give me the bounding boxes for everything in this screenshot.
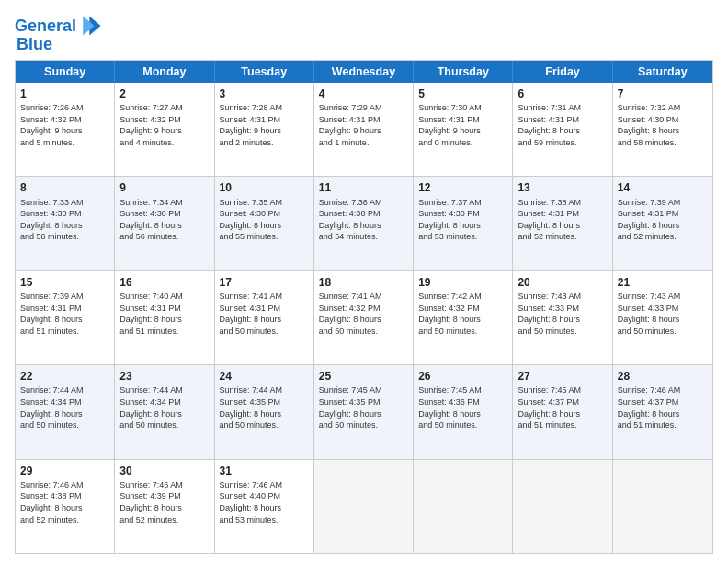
day-number: 16 xyxy=(119,275,209,290)
calendar-cell: 19Sunrise: 7:42 AMSunset: 4:32 PMDayligh… xyxy=(414,271,513,364)
calendar-row-4: 22Sunrise: 7:44 AMSunset: 4:34 PMDayligh… xyxy=(16,365,712,459)
day-number: 30 xyxy=(119,464,209,478)
logo-text: General xyxy=(15,17,76,36)
calendar-cell xyxy=(314,460,414,553)
cell-info: Sunrise: 7:37 AMSunset: 4:30 PMDaylight:… xyxy=(418,197,507,243)
calendar-cell: 20Sunrise: 7:43 AMSunset: 4:33 PMDayligh… xyxy=(513,271,612,364)
calendar-cell: 16Sunrise: 7:40 AMSunset: 4:31 PMDayligh… xyxy=(115,271,214,364)
calendar-cell: 23Sunrise: 7:44 AMSunset: 4:34 PMDayligh… xyxy=(115,365,214,458)
calendar-cell: 15Sunrise: 7:39 AMSunset: 4:31 PMDayligh… xyxy=(16,271,115,364)
cell-info: Sunrise: 7:39 AMSunset: 4:31 PMDaylight:… xyxy=(20,291,109,337)
day-number: 8 xyxy=(20,180,109,195)
calendar-cell: 27Sunrise: 7:45 AMSunset: 4:37 PMDayligh… xyxy=(513,365,612,458)
day-number: 31 xyxy=(220,464,309,478)
cell-info: Sunrise: 7:28 AMSunset: 4:31 PMDaylight:… xyxy=(220,102,309,148)
calendar-cell: 12Sunrise: 7:37 AMSunset: 4:30 PMDayligh… xyxy=(414,177,513,270)
cell-info: Sunrise: 7:46 AMSunset: 4:37 PMDaylight:… xyxy=(618,385,708,431)
cell-info: Sunrise: 7:43 AMSunset: 4:33 PMDaylight:… xyxy=(518,291,607,337)
day-number: 12 xyxy=(418,180,507,195)
day-number: 2 xyxy=(119,86,209,101)
day-number: 21 xyxy=(618,275,708,290)
cell-info: Sunrise: 7:38 AMSunset: 4:31 PMDaylight:… xyxy=(518,197,607,243)
day-number: 15 xyxy=(20,275,109,290)
calendar-cell: 10Sunrise: 7:35 AMSunset: 4:30 PMDayligh… xyxy=(215,177,314,270)
calendar-cell xyxy=(513,460,612,553)
cell-info: Sunrise: 7:30 AMSunset: 4:31 PMDaylight:… xyxy=(418,102,507,148)
calendar-cell: 4Sunrise: 7:29 AMSunset: 4:31 PMDaylight… xyxy=(314,83,414,176)
cell-info: Sunrise: 7:35 AMSunset: 4:30 PMDaylight:… xyxy=(220,197,309,243)
day-number: 24 xyxy=(220,369,309,384)
day-number: 19 xyxy=(418,275,507,290)
calendar-cell: 14Sunrise: 7:39 AMSunset: 4:31 PMDayligh… xyxy=(613,177,712,270)
calendar-cell: 13Sunrise: 7:38 AMSunset: 4:31 PMDayligh… xyxy=(513,177,612,270)
calendar-cell: 29Sunrise: 7:46 AMSunset: 4:38 PMDayligh… xyxy=(16,460,115,553)
calendar-cell xyxy=(613,460,712,553)
cell-info: Sunrise: 7:44 AMSunset: 4:34 PMDaylight:… xyxy=(119,385,209,431)
day-number: 9 xyxy=(119,180,209,195)
calendar-cell xyxy=(414,460,513,553)
header-day-wednesday: Wednesday xyxy=(314,61,414,83)
day-number: 6 xyxy=(518,86,607,101)
cell-info: Sunrise: 7:31 AMSunset: 4:31 PMDaylight:… xyxy=(518,102,607,148)
calendar-cell: 11Sunrise: 7:36 AMSunset: 4:30 PMDayligh… xyxy=(314,177,414,270)
logo-icon xyxy=(78,13,104,39)
calendar-cell: 21Sunrise: 7:43 AMSunset: 4:33 PMDayligh… xyxy=(613,271,712,364)
cell-info: Sunrise: 7:41 AMSunset: 4:31 PMDaylight:… xyxy=(220,291,309,337)
day-number: 27 xyxy=(518,369,607,384)
header-day-saturday: Saturday xyxy=(613,61,712,83)
day-number: 5 xyxy=(418,86,507,101)
calendar-cell: 25Sunrise: 7:45 AMSunset: 4:35 PMDayligh… xyxy=(314,365,414,458)
day-number: 4 xyxy=(319,86,408,101)
day-number: 18 xyxy=(319,275,408,290)
day-number: 28 xyxy=(618,369,708,384)
calendar-row-3: 15Sunrise: 7:39 AMSunset: 4:31 PMDayligh… xyxy=(16,271,712,365)
calendar-cell: 2Sunrise: 7:27 AMSunset: 4:32 PMDaylight… xyxy=(115,83,214,176)
cell-info: Sunrise: 7:33 AMSunset: 4:30 PMDaylight:… xyxy=(20,197,109,243)
calendar-cell: 7Sunrise: 7:32 AMSunset: 4:30 PMDaylight… xyxy=(613,83,712,176)
cell-info: Sunrise: 7:45 AMSunset: 4:37 PMDaylight:… xyxy=(518,385,607,431)
cell-info: Sunrise: 7:45 AMSunset: 4:36 PMDaylight:… xyxy=(418,385,507,431)
day-number: 22 xyxy=(20,369,109,384)
logo: General Blue xyxy=(15,15,104,54)
cell-info: Sunrise: 7:46 AMSunset: 4:39 PMDaylight:… xyxy=(119,479,209,525)
calendar-cell: 3Sunrise: 7:28 AMSunset: 4:31 PMDaylight… xyxy=(215,83,314,176)
day-number: 29 xyxy=(20,464,109,478)
cell-info: Sunrise: 7:32 AMSunset: 4:30 PMDaylight:… xyxy=(618,102,708,148)
calendar-row-1: 1Sunrise: 7:26 AMSunset: 4:32 PMDaylight… xyxy=(16,83,712,177)
calendar-cell: 18Sunrise: 7:41 AMSunset: 4:32 PMDayligh… xyxy=(314,271,414,364)
cell-info: Sunrise: 7:44 AMSunset: 4:34 PMDaylight:… xyxy=(20,385,109,431)
day-number: 26 xyxy=(418,369,507,384)
cell-info: Sunrise: 7:41 AMSunset: 4:32 PMDaylight:… xyxy=(319,291,408,337)
cell-info: Sunrise: 7:39 AMSunset: 4:31 PMDaylight:… xyxy=(618,197,708,243)
calendar-cell: 5Sunrise: 7:30 AMSunset: 4:31 PMDaylight… xyxy=(414,83,513,176)
cell-info: Sunrise: 7:45 AMSunset: 4:35 PMDaylight:… xyxy=(319,385,408,431)
calendar-cell: 1Sunrise: 7:26 AMSunset: 4:32 PMDaylight… xyxy=(16,83,115,176)
calendar-cell: 9Sunrise: 7:34 AMSunset: 4:30 PMDaylight… xyxy=(115,177,214,270)
cell-info: Sunrise: 7:36 AMSunset: 4:30 PMDaylight:… xyxy=(319,197,408,243)
calendar-cell: 22Sunrise: 7:44 AMSunset: 4:34 PMDayligh… xyxy=(16,365,115,458)
day-number: 25 xyxy=(319,369,408,384)
day-number: 20 xyxy=(518,275,607,290)
calendar-cell: 8Sunrise: 7:33 AMSunset: 4:30 PMDaylight… xyxy=(16,177,115,270)
day-number: 1 xyxy=(20,86,109,101)
day-number: 17 xyxy=(220,275,309,290)
day-number: 10 xyxy=(220,180,309,195)
header-day-monday: Monday xyxy=(115,61,214,83)
header-day-friday: Friday xyxy=(513,61,612,83)
day-number: 23 xyxy=(119,369,209,384)
day-number: 7 xyxy=(618,86,708,101)
calendar: SundayMondayTuesdayWednesdayThursdayFrid… xyxy=(15,60,713,554)
cell-info: Sunrise: 7:26 AMSunset: 4:32 PMDaylight:… xyxy=(20,102,109,148)
calendar-header: SundayMondayTuesdayWednesdayThursdayFrid… xyxy=(16,61,712,83)
day-number: 14 xyxy=(618,180,708,195)
cell-info: Sunrise: 7:44 AMSunset: 4:35 PMDaylight:… xyxy=(220,385,309,431)
header-day-tuesday: Tuesday xyxy=(215,61,314,83)
calendar-cell: 6Sunrise: 7:31 AMSunset: 4:31 PMDaylight… xyxy=(513,83,612,176)
day-number: 3 xyxy=(220,86,309,101)
cell-info: Sunrise: 7:27 AMSunset: 4:32 PMDaylight:… xyxy=(119,102,209,148)
page: General Blue SundayMondayTuesdayWednesda… xyxy=(0,0,728,563)
cell-info: Sunrise: 7:46 AMSunset: 4:40 PMDaylight:… xyxy=(220,479,309,525)
calendar-cell: 26Sunrise: 7:45 AMSunset: 4:36 PMDayligh… xyxy=(414,365,513,458)
calendar-cell: 30Sunrise: 7:46 AMSunset: 4:39 PMDayligh… xyxy=(115,460,214,553)
header-day-thursday: Thursday xyxy=(414,61,513,83)
